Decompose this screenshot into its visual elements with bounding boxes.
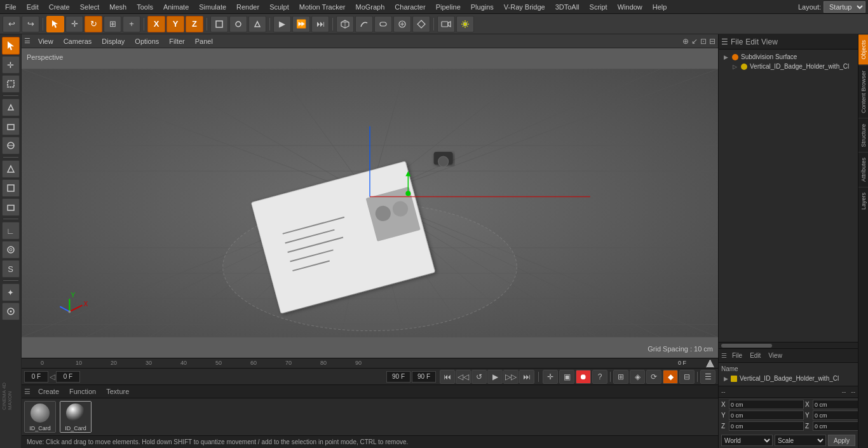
material-swatch-0[interactable]: ID_Card <box>24 401 56 433</box>
vtab-attributes[interactable]: Attributes <box>858 152 868 187</box>
step-back-button[interactable]: ◁◁ <box>456 370 471 384</box>
attr-view-menu[interactable]: View <box>766 351 785 360</box>
material-create-menu[interactable]: Create <box>36 386 62 397</box>
object-tree-scrollbar[interactable] <box>719 342 858 348</box>
menu-vray[interactable]: V-Ray Bridge <box>499 2 550 12</box>
left-tool-1[interactable]: ✛ <box>2 56 20 74</box>
attr-file-menu[interactable]: File <box>729 351 745 360</box>
obj-toolbar-file[interactable]: File <box>731 37 743 46</box>
frame-max-input[interactable] <box>412 371 436 383</box>
obj-toolbar-view[interactable]: View <box>761 37 778 46</box>
anim-mode-2[interactable]: ◈ <box>630 370 645 384</box>
move-control-button[interactable]: ✛ <box>543 370 558 384</box>
coord-y-size-input[interactable] <box>813 411 858 420</box>
render-region-button[interactable]: ⏩ <box>292 16 310 32</box>
menu-tools[interactable]: Tools <box>132 2 158 12</box>
vtab-content-browser[interactable]: Content Browser <box>858 65 868 118</box>
menu-mesh[interactable]: Mesh <box>104 2 132 12</box>
camera-button[interactable] <box>437 16 455 32</box>
rotate-tool-button[interactable]: ↻ <box>85 16 102 32</box>
edge-mode-button[interactable] <box>248 16 266 32</box>
menu-character[interactable]: Character <box>390 2 430 12</box>
menu-motion-tracker[interactable]: Motion Tracker <box>294 2 351 12</box>
left-tool-11[interactable]: S <box>2 260 20 278</box>
play-back-button[interactable]: ↺ <box>471 370 487 384</box>
menu-file[interactable]: File <box>0 2 22 12</box>
coord-z-pos-input[interactable] <box>729 421 804 431</box>
tree-item-badge[interactable]: ▷ Vertical_ID_Badge_Holder_with_Cl <box>730 62 855 71</box>
select-tool-button[interactable] <box>46 16 64 32</box>
frame-current-input[interactable] <box>56 371 80 383</box>
apply-button[interactable]: Apply <box>828 435 855 446</box>
menu-select[interactable]: Select <box>75 2 105 12</box>
menu-script[interactable]: Script <box>585 2 613 12</box>
left-tool-8[interactable] <box>2 198 20 216</box>
frame-start-input[interactable] <box>24 371 48 383</box>
layout-toggle[interactable]: ☰ <box>700 370 715 384</box>
menu-help[interactable]: Help <box>648 2 672 12</box>
anim-mode-4[interactable]: ◆ <box>663 370 678 384</box>
key-control-button[interactable]: ▣ <box>559 370 574 384</box>
left-tool-10[interactable] <box>2 241 20 259</box>
layout-select[interactable]: Startup <box>824 1 865 13</box>
anim-mode-3[interactable]: ⟳ <box>646 370 661 384</box>
menu-create[interactable]: Create <box>44 2 75 12</box>
z-axis-button[interactable]: Z <box>186 16 203 32</box>
material-function-menu[interactable]: Function <box>67 386 98 397</box>
menu-edit[interactable]: Edit <box>22 2 44 12</box>
coord-y-pos-input[interactable] <box>729 411 804 420</box>
play-forward-button[interactable]: ▶ <box>487 370 503 384</box>
left-tool-12[interactable]: ✦ <box>2 283 20 301</box>
menu-render[interactable]: Render <box>231 2 264 12</box>
material-texture-menu[interactable]: Texture <box>104 386 132 397</box>
obj-toolbar-edit[interactable]: Edit <box>745 37 759 46</box>
transform-button[interactable]: + <box>123 16 140 32</box>
viewport-icon-1[interactable]: ⊕ <box>682 37 689 46</box>
left-tool-7[interactable] <box>2 179 20 197</box>
tl-arrow-up[interactable]: ⯅ <box>705 358 715 370</box>
left-tool-13[interactable] <box>2 302 20 320</box>
point-mode-button[interactable] <box>229 16 247 32</box>
viewport-icon-2[interactable]: ↙ <box>691 37 698 46</box>
goto-start-button[interactable]: ⏮ <box>440 370 455 384</box>
y-axis-button[interactable]: Y <box>166 16 184 32</box>
effector-button[interactable] <box>393 16 411 32</box>
tree-item-subdivision[interactable]: ▶ Subdivision Surface <box>721 52 855 62</box>
viewport-filter-menu[interactable]: Filter <box>166 36 187 46</box>
move-tool-button[interactable]: ✛ <box>65 16 83 32</box>
viewport-icon-4[interactable]: ⊟ <box>709 37 715 46</box>
world-select[interactable]: World <box>721 435 773 446</box>
attr-edit-menu[interactable]: Edit <box>747 351 763 360</box>
spline-button[interactable] <box>355 16 373 32</box>
menu-plugins[interactable]: Plugins <box>466 2 499 12</box>
light-button[interactable] <box>456 16 474 32</box>
menu-window[interactable]: Window <box>613 2 648 12</box>
redo-button[interactable]: ↪ <box>22 16 39 32</box>
material-swatch-1[interactable]: ID_Card <box>60 401 92 433</box>
goto-end-button[interactable]: ⏭ <box>519 370 534 384</box>
coord-z-size-input[interactable] <box>813 421 858 431</box>
viewport-icon-3[interactable]: ⊡ <box>700 37 707 46</box>
x-axis-button[interactable]: X <box>147 16 165 32</box>
step-forward-button[interactable]: ▷▷ <box>503 370 519 384</box>
menu-mograph[interactable]: MoGraph <box>350 2 390 12</box>
viewport-panel-menu[interactable]: Panel <box>193 36 215 46</box>
vtab-structure[interactable]: Structure <box>858 118 868 153</box>
menu-sculpt[interactable]: Sculpt <box>264 2 294 12</box>
vtab-layers[interactable]: Layers <box>858 187 868 215</box>
left-tool-3[interactable] <box>2 98 20 116</box>
coord-x-size-input[interactable] <box>813 400 858 409</box>
left-tool-0[interactable] <box>2 37 20 55</box>
left-tool-6[interactable] <box>2 160 20 178</box>
viewport-view-menu[interactable]: View <box>36 36 56 46</box>
anim-mode-1[interactable]: ⊞ <box>613 370 628 384</box>
left-tool-5[interactable] <box>2 137 20 154</box>
frame-range-left[interactable]: ◁ <box>50 372 55 381</box>
render-button[interactable]: ▶ <box>273 16 291 32</box>
vtab-objects[interactable]: Objects <box>858 34 868 65</box>
viewport-cameras-menu[interactable]: Cameras <box>61 36 95 46</box>
anim-mode-5[interactable]: ⊟ <box>679 370 695 384</box>
scale-tool-button[interactable]: ⊞ <box>104 16 121 32</box>
undo-button[interactable]: ↩ <box>3 16 20 32</box>
frame-end-input[interactable] <box>386 371 410 383</box>
